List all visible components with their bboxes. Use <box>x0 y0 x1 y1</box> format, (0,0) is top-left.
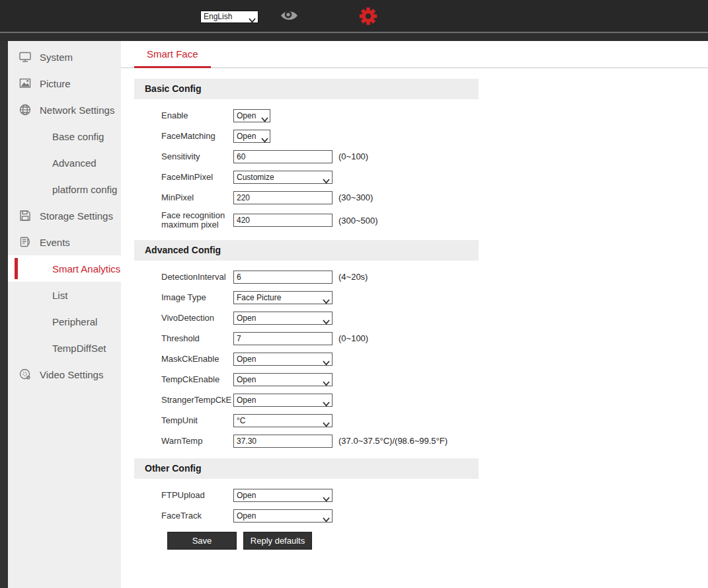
field-row-detection-interval: DetectionInterval (4~20s) <box>161 270 479 284</box>
main-panel: Smart Face Basic Config Enable Open Face… <box>121 41 708 588</box>
settings-form: Basic Config Enable Open FaceMatching <box>134 79 479 550</box>
field-row-face-track: FaceTrack Open <box>161 509 479 523</box>
sidebar-item-base-config[interactable]: Base config <box>8 123 121 149</box>
face-track-select[interactable]: Open <box>233 509 333 523</box>
field-row-face-matching: FaceMatching Open <box>161 129 479 143</box>
min-pixel-input[interactable] <box>233 191 333 204</box>
temp-unit-select-wrap: °C <box>233 414 333 427</box>
face-matching-select-wrap: Open <box>233 130 270 143</box>
sidebar-item-storage-settings[interactable]: Storage Settings <box>8 202 121 229</box>
range-hint: (0~100) <box>338 333 368 343</box>
range-hint: (30~300) <box>338 192 373 202</box>
sidebar-item-platform-config[interactable]: platform config <box>8 176 121 202</box>
sidebar-item-label: Events <box>40 237 70 248</box>
tab-bar: Smart Face <box>121 41 708 68</box>
floppy-icon <box>19 209 32 222</box>
sidebar-item-network-settings[interactable]: Network Settings <box>8 97 121 123</box>
range-hint: (0~100) <box>338 151 368 161</box>
sidebar-item-list[interactable]: List <box>8 282 121 308</box>
enable-select[interactable]: Open <box>233 109 270 122</box>
left-dark-strip <box>0 41 8 588</box>
camera-settings-page: EngLish <box>0 0 708 588</box>
section-header-basic-config: Basic Config <box>134 79 479 99</box>
disc-icon <box>19 368 32 381</box>
threshold-input[interactable] <box>233 332 333 345</box>
sidebar-item-video-settings[interactable]: Video Settings <box>8 361 121 388</box>
face-track-select-wrap: Open <box>233 509 333 523</box>
language-select[interactable]: EngLish <box>200 11 258 23</box>
picture-icon <box>19 77 32 90</box>
sidebar-item-smart-analytics[interactable]: Smart Analytics <box>8 255 121 282</box>
reply-defaults-button[interactable]: Reply defaults <box>243 532 312 550</box>
basic-config-rows: Enable Open FaceMatching Open <box>134 99 479 230</box>
field-row-stranger-temp-ck: StrangerTempCkE Open <box>161 393 479 407</box>
temp-ck-enable-select-wrap: Open <box>233 373 333 386</box>
field-label: Face recognition maximum pixel <box>161 211 233 230</box>
field-label: Sensitivity <box>161 152 233 161</box>
ftp-upload-select-wrap: Open <box>233 489 333 502</box>
top-bar: EngLish <box>0 0 708 32</box>
section-header-advanced-config: Advanced Config <box>134 240 479 261</box>
field-row-temp-unit: TempUnit °C <box>161 413 479 427</box>
sidebar-item-tempdiffset[interactable]: TempDiffSet <box>8 335 121 361</box>
field-label: MinPixel <box>161 193 233 202</box>
stranger-temp-ck-select[interactable]: Open <box>233 394 333 407</box>
save-button[interactable]: Save <box>167 532 237 550</box>
sidebar-item-picture[interactable]: Picture <box>8 70 121 97</box>
ftp-upload-select[interactable]: Open <box>233 489 333 502</box>
sidebar: System Picture Network Settings <box>8 41 121 588</box>
detection-interval-input[interactable] <box>233 271 333 284</box>
face-min-pixel-select-wrap: Customize <box>233 171 333 184</box>
other-config-rows: FTPUpload Open FaceTrack Open <box>134 479 479 523</box>
field-row-ftp-upload: FTPUpload Open <box>161 488 479 502</box>
language-select-wrap: EngLish <box>200 10 258 23</box>
field-label: FTPUpload <box>161 491 233 500</box>
range-hint: (4~20s) <box>338 272 368 282</box>
globe-icon <box>19 103 32 116</box>
range-hint: (300~500) <box>338 216 378 226</box>
face-min-pixel-select[interactable]: Customize <box>233 171 333 184</box>
temp-ck-enable-select[interactable]: Open <box>233 373 333 386</box>
field-label: VivoDetection <box>161 314 233 323</box>
field-label: WarnTemp <box>161 437 233 446</box>
stranger-temp-ck-select-wrap: Open <box>233 394 333 407</box>
sidebar-item-label: Storage Settings <box>40 210 113 222</box>
enable-select-wrap: Open <box>233 109 270 122</box>
tab-smart-face[interactable]: Smart Face <box>134 41 211 68</box>
sensitivity-input[interactable] <box>233 150 333 163</box>
sidebar-item-label: Video Settings <box>40 369 103 380</box>
face-max-pixel-input[interactable] <box>233 214 333 227</box>
sidebar-item-peripheral[interactable]: Peripheral <box>8 308 121 335</box>
range-hint: (37.0~37.5°C)/(98.6~99.5°F) <box>338 436 448 446</box>
field-label: FaceTrack <box>161 511 233 521</box>
sidebar-item-label: Advanced <box>52 157 97 169</box>
sidebar-item-label: platform config <box>52 184 117 195</box>
field-label: FaceMinPixel <box>161 173 233 182</box>
sidebar-item-system[interactable]: System <box>8 44 121 70</box>
field-label: TempUnit <box>161 416 233 425</box>
sidebar-item-label: System <box>40 52 73 63</box>
field-label: TempCkEnable <box>161 375 233 384</box>
form-actions: Save Reply defaults <box>167 532 479 550</box>
field-label: Enable <box>161 111 233 120</box>
field-row-image-type: Image Type Face Picture <box>161 290 479 304</box>
field-label: Image Type <box>161 293 233 302</box>
temp-unit-select[interactable]: °C <box>233 414 333 427</box>
field-row-face-max-pixel: Face recognition maximum pixel (300~500) <box>161 211 479 230</box>
eye-icon[interactable] <box>280 8 298 26</box>
vivo-detection-select[interactable]: Open <box>233 312 333 325</box>
sidebar-item-advanced[interactable]: Advanced <box>8 149 121 176</box>
field-row-vivo-detection: VivoDetection Open <box>161 311 479 325</box>
field-row-min-pixel: MinPixel (30~300) <box>161 190 479 204</box>
vivo-detection-select-wrap: Open <box>233 312 333 325</box>
field-row-mask-ck-enable: MaskCkEnable Open <box>161 352 479 366</box>
warn-temp-input[interactable] <box>233 435 333 448</box>
gear-icon[interactable] <box>358 6 378 29</box>
sidebar-item-events[interactable]: Events <box>8 229 121 255</box>
document-icon <box>19 235 32 249</box>
section-header-other-config: Other Config <box>134 458 479 479</box>
face-matching-select[interactable]: Open <box>233 130 270 143</box>
mask-ck-enable-select[interactable]: Open <box>233 353 333 366</box>
image-type-select[interactable]: Face Picture <box>233 291 333 304</box>
advanced-config-rows: DetectionInterval (4~20s) Image Type Fac… <box>134 261 479 448</box>
